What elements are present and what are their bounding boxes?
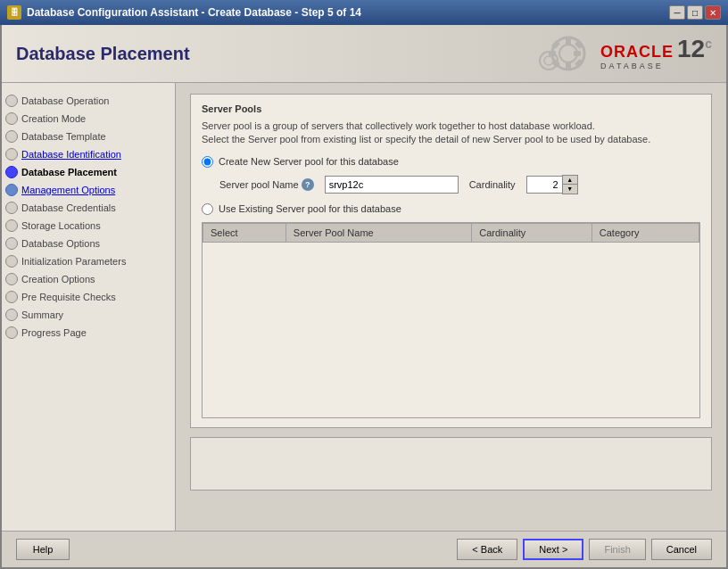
sidebar-item-database-template: Database Template: [2, 128, 175, 145]
radio-existing-label[interactable]: Use Existing Server pool for this databa…: [219, 203, 401, 214]
radio-use-existing[interactable]: [202, 203, 213, 215]
title-bar-controls: ─ □ ✕: [669, 5, 721, 20]
svg-rect-3: [566, 62, 571, 70]
sidebar-item-database-identification[interactable]: Database Identification: [2, 145, 175, 163]
oracle-version: 12c: [677, 37, 712, 62]
footer-right: < Back Next > Finish Cancel: [457, 539, 712, 560]
minimize-button[interactable]: ─: [669, 5, 685, 20]
gear-decoration: [524, 34, 595, 74]
col-select: Select: [203, 223, 286, 242]
maximize-button[interactable]: □: [687, 5, 703, 20]
radio-create-new[interactable]: [202, 156, 213, 168]
title-bar: 🗄 Database Configuration Assistant - Cre…: [0, 0, 728, 25]
sidebar-label-database-options: Database Options: [21, 238, 100, 249]
radio-create-label[interactable]: Create New Server pool for this database: [219, 156, 399, 167]
oracle-brand-block: ORACLE 12c DATABASE: [600, 37, 712, 70]
step-dot-database-template: [5, 130, 18, 143]
spinner-down-button[interactable]: ▼: [563, 185, 577, 194]
server-pool-help-icon[interactable]: ?: [302, 178, 314, 191]
footer: Help < Back Next > Finish Cancel: [2, 531, 726, 567]
sidebar-label-database-credentials: Database Credentials: [21, 202, 116, 213]
section-title: Server Pools: [202, 103, 700, 114]
back-button[interactable]: < Back: [457, 539, 517, 560]
step-dot-database-placement: [5, 166, 18, 178]
step-dot-initialization-parameters: [5, 255, 18, 268]
content-area: Database Operation Creation Mode Databas…: [2, 83, 726, 531]
sidebar-label-progress-page: Progress Page: [21, 327, 87, 338]
oracle-brand-text: ORACLE: [600, 43, 674, 62]
help-button[interactable]: Help: [16, 539, 70, 560]
finish-button[interactable]: Finish: [589, 539, 645, 560]
table-header: Select Server Pool Name Cardinality Cate…: [203, 223, 699, 242]
step-dot-creation-mode: [5, 112, 18, 125]
table-header-row: Select Server Pool Name Cardinality Cate…: [203, 223, 699, 242]
sidebar-item-database-credentials: Database Credentials: [2, 199, 175, 217]
oracle-logo-row: ORACLE 12c DATABASE: [524, 34, 712, 74]
step-dot-database-options: [5, 237, 18, 250]
step-dot-creation-options: [5, 273, 18, 285]
sidebar-item-pre-requisite-checks: Pre Requisite Checks: [2, 288, 175, 306]
sidebar-label-database-operation: Database Operation: [21, 95, 109, 106]
server-pool-label-text: Server pool Name: [219, 179, 299, 190]
sidebar-item-summary: Summary: [2, 306, 175, 324]
step-dot-database-identification: [5, 148, 18, 161]
step-dot-database-operation: [5, 95, 18, 107]
oracle-super: c: [705, 37, 712, 51]
title-bar-left: 🗄 Database Configuration Assistant - Cre…: [7, 5, 361, 20]
cardinality-input[interactable]: [526, 176, 562, 194]
sidebar-label-creation-mode: Creation Mode: [21, 113, 86, 124]
sidebar-item-management-options[interactable]: Management Options: [2, 181, 175, 199]
sidebar-item-database-operation: Database Operation: [2, 92, 175, 110]
oracle-database-label: DATABASE: [600, 62, 712, 70]
sidebar-item-storage-locations: Storage Locations: [2, 217, 175, 235]
description-box: [190, 437, 712, 491]
step-dot-progress-page: [5, 326, 18, 339]
cardinality-label: Cardinality: [469, 179, 516, 190]
server-pool-table-wrapper: Select Server Pool Name Cardinality Cate…: [202, 222, 700, 418]
server-pool-name-input[interactable]: [325, 176, 459, 194]
server-pool-form-row: Server pool Name ? Cardinality ▲ ▼: [219, 175, 700, 194]
window-body: Database Placement: [0, 25, 728, 569]
section-desc-line1: Server pool is a group of servers that c…: [202, 120, 595, 131]
cancel-button[interactable]: Cancel: [651, 539, 712, 560]
page-title: Database Placement: [16, 44, 190, 64]
step-dot-management-options: [5, 184, 18, 196]
header: Database Placement: [2, 25, 726, 83]
app-icon: 🗄: [7, 5, 21, 20]
sidebar-label-storage-locations: Storage Locations: [21, 220, 101, 231]
section-desc: Server pool is a group of servers that c…: [202, 120, 700, 147]
col-category: Category: [592, 223, 699, 242]
main-panel: Server Pools Server pool is a group of s…: [176, 83, 726, 531]
sidebar-label-database-template: Database Template: [21, 131, 106, 142]
svg-rect-5: [574, 51, 581, 56]
oracle-logo: ORACLE 12c DATABASE: [524, 34, 712, 74]
spinner-buttons: ▲ ▼: [562, 175, 578, 194]
svg-point-11: [544, 56, 553, 65]
server-pools-section: Server Pools Server pool is a group of s…: [190, 94, 712, 428]
sidebar-item-creation-mode: Creation Mode: [2, 110, 175, 128]
cardinality-spinner: ▲ ▼: [526, 175, 578, 194]
sidebar-label-pre-requisite-checks: Pre Requisite Checks: [21, 292, 116, 302]
sidebar-label-database-identification: Database Identification: [21, 149, 121, 160]
sidebar-item-creation-options: Creation Options: [2, 270, 175, 288]
sidebar-label-initialization-parameters: Initialization Parameters: [21, 256, 126, 267]
col-cardinality: Cardinality: [472, 223, 592, 242]
col-server-pool-name: Server Pool Name: [285, 223, 471, 242]
radio-create-row: Create New Server pool for this database: [202, 156, 700, 168]
server-pool-label: Server pool Name ?: [219, 178, 314, 191]
next-button[interactable]: Next >: [523, 539, 583, 560]
step-dot-storage-locations: [5, 219, 18, 232]
spinner-up-button[interactable]: ▲: [563, 176, 577, 185]
step-dot-database-credentials: [5, 202, 18, 214]
sidebar-item-database-options: Database Options: [2, 235, 175, 252]
sidebar-label-management-options: Management Options: [21, 185, 115, 195]
sidebar-item-initialization-parameters: Initialization Parameters: [2, 252, 175, 270]
sidebar-label-creation-options: Creation Options: [21, 274, 95, 284]
svg-rect-2: [566, 37, 571, 45]
close-button[interactable]: ✕: [705, 5, 721, 20]
sidebar-item-database-placement: Database Placement: [2, 163, 175, 181]
sidebar-label-database-placement: Database Placement: [21, 167, 117, 177]
step-dot-pre-requisite-checks: [5, 291, 18, 303]
window-title: Database Configuration Assistant - Creat…: [27, 6, 361, 19]
sidebar: Database Operation Creation Mode Databas…: [2, 83, 176, 531]
